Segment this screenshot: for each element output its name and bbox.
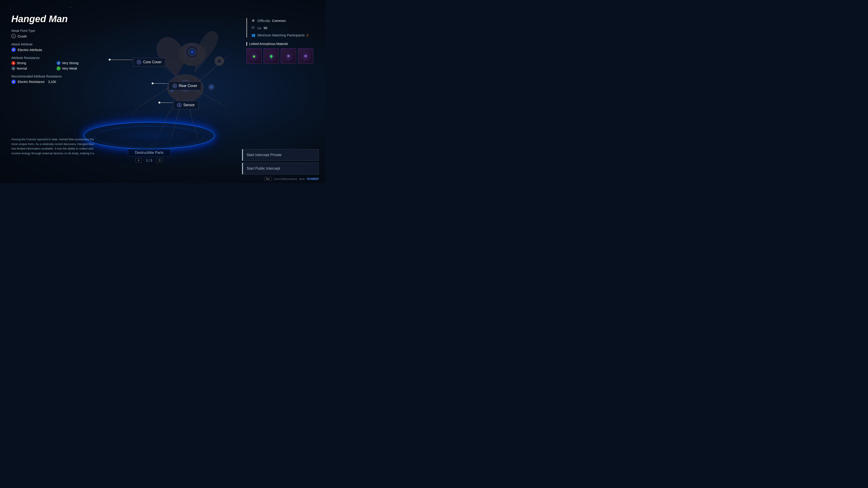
svg-line-6 bbox=[131, 106, 140, 115]
linked-material-title: Linked Amorphous Material bbox=[246, 42, 319, 46]
core-cover-icon: ✦ bbox=[137, 60, 141, 64]
weak-point-label: Weak Point Type bbox=[11, 29, 97, 33]
sensor-dot bbox=[158, 102, 160, 103]
very-weak-label: Very Weak bbox=[62, 67, 77, 70]
sensor-icon: ✦ bbox=[177, 103, 182, 107]
weak-point-value: ⊙ Crush bbox=[11, 34, 97, 38]
core-cover-label: ✦ Core Cover bbox=[133, 58, 165, 66]
attribute-resistance-section: Attribute Resistance 🔥 Strong ⚡ Very Str… bbox=[11, 56, 97, 70]
destructible-parts-title: Destructible Parts bbox=[128, 149, 170, 156]
resistance-very-strong: ⚡ Very Strong bbox=[57, 61, 97, 65]
material-item-1[interactable] bbox=[246, 48, 262, 64]
parts-total: 3 bbox=[151, 159, 152, 162]
difficulty-value: Common bbox=[272, 19, 286, 23]
material-gem-4 bbox=[301, 51, 311, 61]
electric-text: Electric Attribute bbox=[18, 48, 42, 52]
matching-count: 3 bbox=[306, 33, 308, 37]
core-cover-connector bbox=[110, 60, 129, 60]
svg-line-21 bbox=[197, 135, 199, 143]
recommended-resistance-section: Recommended Attribute Resistance ⚡ Elect… bbox=[11, 74, 97, 84]
material-item-4[interactable] bbox=[298, 48, 313, 64]
svg-line-18 bbox=[167, 135, 172, 144]
level-icon: 🛡 bbox=[251, 25, 256, 30]
difficulty-label: Difficulty bbox=[257, 19, 270, 23]
strong-icon: 🔥 bbox=[11, 61, 16, 65]
rec-resistance-text: Electric Resistance bbox=[18, 80, 44, 84]
material-gem-2 bbox=[266, 51, 276, 61]
nav-left-key[interactable]: A bbox=[135, 158, 142, 163]
sensor-text: Sensor bbox=[183, 103, 195, 107]
svg-point-10 bbox=[217, 58, 222, 64]
very-strong-label: Very Strong bbox=[62, 61, 79, 65]
nav-right-key[interactable]: D bbox=[157, 158, 163, 163]
svg-line-14 bbox=[160, 115, 167, 131]
strong-label: Strong bbox=[17, 61, 26, 65]
material-grid bbox=[246, 48, 319, 64]
core-cover-connector2 bbox=[129, 60, 133, 60]
electric-icon: ⚡ bbox=[11, 47, 16, 52]
boss-description: Among the Colossi reported to date, Hane… bbox=[11, 137, 97, 156]
crush-icon: ⊙ bbox=[11, 34, 16, 38]
attribute-resistance-label: Attribute Resistance bbox=[11, 56, 97, 60]
material-item-3[interactable] bbox=[281, 48, 296, 64]
difficulty-row: ⚙ Difficulty Common bbox=[251, 18, 319, 23]
svg-line-5 bbox=[140, 97, 154, 106]
cancel-matchmaking-text: Cancel Matchmaking bbox=[274, 177, 297, 180]
core-cover-dot bbox=[109, 59, 111, 61]
normal-label: Normal bbox=[17, 67, 27, 70]
boss-title: Hanged Man bbox=[11, 13, 97, 24]
svg-point-49 bbox=[288, 56, 289, 57]
difficulty-icon: ⚙ bbox=[251, 18, 256, 23]
sensor-label: ✦ Sensor bbox=[173, 101, 199, 109]
svg-line-12 bbox=[213, 99, 226, 106]
svg-point-40 bbox=[253, 56, 255, 57]
esc-key[interactable]: Esc bbox=[265, 177, 272, 181]
attack-attribute-label: Attack Attribute bbox=[11, 42, 97, 46]
linked-material-section: Linked Amorphous Material bbox=[246, 42, 319, 64]
rear-cover-text: Rear Cover bbox=[179, 84, 197, 88]
recommended-resistance-value: ⚡ Electric Resistance 3,100 bbox=[11, 79, 97, 84]
svg-line-17 bbox=[172, 120, 176, 135]
svg-point-53 bbox=[305, 55, 306, 57]
action-buttons: Start Intercept Private Start Public Int… bbox=[242, 149, 319, 176]
svg-point-25 bbox=[191, 51, 194, 54]
svg-line-36 bbox=[156, 143, 158, 147]
parts-current: 1 bbox=[146, 159, 148, 162]
rec-resistance-amount: 3,100 bbox=[48, 80, 56, 84]
dot-decor bbox=[70, 7, 71, 8]
matching-label: Minimum Matching Participants bbox=[257, 33, 305, 37]
parts-separator: / bbox=[149, 159, 151, 162]
dot-decor bbox=[10, 9, 11, 10]
level-label: Lv. bbox=[257, 26, 262, 30]
matching-row: 👥 Minimum Matching Participants 3 bbox=[251, 33, 319, 37]
level-row: 🛡 Lv. 95 bbox=[251, 25, 319, 30]
svg-point-31 bbox=[210, 86, 213, 88]
matching-icon: 👥 bbox=[251, 33, 256, 37]
resistance-very-weak: 🌿 Very Weak bbox=[57, 66, 97, 70]
very-weak-icon: 🌿 bbox=[57, 66, 61, 70]
resistance-grid: 🔥 Strong ⚡ Very Strong ◆ Normal 🌿 Very W… bbox=[11, 61, 97, 70]
rear-cover-label: ✦ Rear Cover bbox=[168, 82, 201, 90]
start-intercept-private-button[interactable]: Start Intercept Private bbox=[242, 149, 319, 161]
attack-attribute-section: Attack Attribute ⚡ Electric Attribute bbox=[11, 42, 97, 52]
svg-line-7 bbox=[199, 66, 217, 81]
very-strong-icon: ⚡ bbox=[57, 61, 61, 65]
svg-line-20 bbox=[192, 120, 197, 135]
stats-section: ⚙ Difficulty Common 🛡 Lv. 95 👥 Minimum M… bbox=[246, 18, 319, 37]
material-item-2[interactable] bbox=[264, 48, 279, 64]
material-gem-1 bbox=[249, 51, 259, 61]
start-public-intercept-button[interactable]: Start Public Intercept bbox=[242, 163, 319, 174]
resistance-strong: 🔥 Strong bbox=[11, 61, 52, 65]
svg-line-15 bbox=[154, 131, 160, 142]
weak-point-section: Weak Point Type ⊙ Crush bbox=[11, 29, 97, 38]
parts-counter: 1 / 3 bbox=[146, 159, 152, 162]
site-label: IGAMER bbox=[307, 177, 319, 181]
material-gem-3 bbox=[283, 51, 293, 61]
svg-line-35 bbox=[153, 143, 156, 147]
svg-line-34 bbox=[149, 142, 154, 147]
crush-text: Crush bbox=[18, 34, 27, 38]
footer-bar: Esc Cancel Matchmaking Back IGAMER bbox=[265, 177, 319, 181]
rec-electric-icon: ⚡ bbox=[11, 79, 16, 84]
core-cover-text: Core Cover bbox=[143, 60, 162, 64]
rear-cover-dot bbox=[152, 83, 153, 84]
